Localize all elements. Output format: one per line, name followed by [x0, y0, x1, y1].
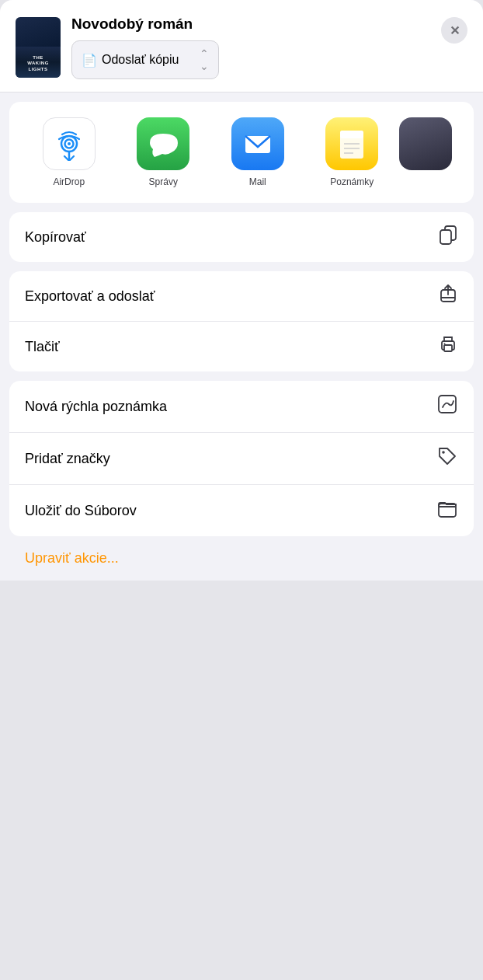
quick-note-label: Nová rýchla poznámka: [25, 399, 167, 415]
header: THEWAKINGLIGHTS Novodobý román 📄 Odoslať…: [0, 0, 483, 92]
svg-point-18: [442, 451, 445, 454]
notes-svg: [335, 127, 369, 161]
files-label: Uložiť do Súborov: [25, 503, 137, 519]
tags-icon: [436, 445, 458, 472]
export-icon: [438, 284, 458, 309]
tags-row[interactable]: Pridať značky: [9, 433, 474, 485]
app-item-notes[interactable]: Poznámky: [305, 117, 400, 187]
app-item-messages[interactable]: Správy: [116, 117, 211, 187]
messages-icon-bg: [137, 117, 189, 170]
close-button[interactable]: ✕: [441, 17, 467, 44]
airdrop-label: AirDrop: [53, 176, 85, 187]
chevron-icon: ⌃⌄: [200, 47, 209, 72]
mail-label: Mail: [249, 176, 266, 187]
close-icon: ✕: [450, 23, 460, 38]
export-label: Exportovať a odoslať: [25, 288, 155, 305]
notes-label: Poznámky: [330, 176, 374, 187]
app-item-mail[interactable]: Mail: [210, 117, 305, 187]
dropdown-label: Odoslať kópiu: [102, 53, 195, 67]
svg-point-2: [68, 142, 71, 145]
svg-rect-15: [444, 345, 452, 351]
copy-icon: [438, 225, 458, 249]
export-row[interactable]: Exportovať a odoslať: [9, 271, 474, 322]
airdrop-svg: [52, 127, 86, 161]
copy-label: Kopírovať: [25, 229, 86, 246]
action-dropdown[interactable]: 📄 Odoslať kópiu ⌃⌄: [71, 40, 219, 79]
airdrop-icon-bg: [43, 117, 96, 170]
actions-group-3: Nová rýchla poznámka Pridať značky Uloži…: [9, 381, 474, 536]
document-icon: 📄: [82, 53, 97, 68]
header-info: Novodobý román 📄 Odoslať kópiu ⌃⌄: [71, 16, 430, 79]
app-item-dark[interactable]: [399, 117, 461, 187]
tags-label: Pridať značky: [25, 451, 110, 467]
quick-note-icon: [436, 393, 458, 420]
notes-icon-bg: [325, 117, 378, 170]
sheet-title: Novodobý román: [71, 16, 430, 33]
svg-rect-10: [440, 230, 451, 244]
copy-row[interactable]: Kopírovať: [9, 212, 474, 262]
files-row[interactable]: Uložiť do Súborov: [9, 485, 474, 536]
share-sheet: THEWAKINGLIGHTS Novodobý román 📄 Odoslať…: [0, 0, 483, 581]
messages-svg: [147, 127, 179, 160]
mail-svg: [241, 127, 275, 161]
edit-actions-container: Upraviť akcie...: [9, 536, 474, 581]
svg-rect-5: [340, 131, 363, 138]
app-item-airdrop[interactable]: AirDrop: [22, 117, 116, 187]
svg-rect-19: [439, 504, 456, 517]
apps-section: AirDrop Správy Mail: [9, 102, 474, 203]
mail-icon-bg: [231, 117, 284, 170]
print-label: Tlačiť: [25, 339, 60, 355]
dark-app-icon: [399, 117, 452, 170]
actions-group-1: Kopírovať: [9, 212, 474, 262]
quick-note-row[interactable]: Nová rýchla poznámka: [9, 381, 474, 433]
svg-rect-17: [439, 396, 456, 413]
svg-point-16: [444, 344, 446, 345]
book-cover: THEWAKINGLIGHTS: [16, 17, 61, 78]
messages-label: Správy: [149, 176, 178, 187]
edit-actions-link[interactable]: Upraviť akcie...: [25, 550, 119, 567]
print-icon: [438, 334, 458, 359]
files-icon: [436, 497, 458, 524]
actions-group-2: Exportovať a odoslať Tlačiť: [9, 271, 474, 371]
print-row[interactable]: Tlačiť: [9, 322, 474, 371]
apps-row: AirDrop Správy Mail: [22, 117, 461, 187]
